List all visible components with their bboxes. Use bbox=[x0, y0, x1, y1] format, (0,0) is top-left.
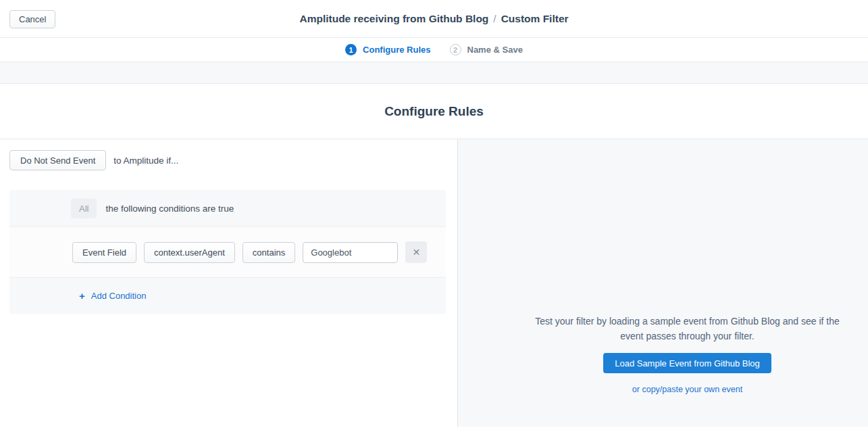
condition-group-header: All the following conditions are true bbox=[9, 190, 446, 227]
load-sample-event-button[interactable]: Load Sample Event from Github Blog bbox=[603, 353, 771, 373]
filter-action-suffix: to Amplitude if... bbox=[113, 156, 178, 166]
condition-operator-selector[interactable]: contains bbox=[242, 242, 295, 263]
step-2-badge: 2 bbox=[450, 44, 461, 55]
group-operator-selector[interactable]: All bbox=[71, 199, 97, 218]
cancel-button[interactable]: Cancel bbox=[9, 10, 55, 28]
main-content: Do Not Send Event to Amplitude if... All… bbox=[0, 139, 868, 427]
breadcrumb-page-name: Custom Filter bbox=[501, 13, 569, 24]
filter-action-row: Do Not Send Event to Amplitude if... bbox=[9, 150, 448, 170]
step-name-and-save[interactable]: 2 Name & Save bbox=[450, 44, 523, 55]
test-filter-description-line-1: Test your filter by loading a sample eve… bbox=[535, 316, 840, 327]
breadcrumb: Amplitude receiving from Github Blog/Cus… bbox=[299, 13, 568, 25]
step-configure-rules[interactable]: 1 Configure Rules bbox=[345, 44, 430, 55]
step-1-badge: 1 bbox=[345, 44, 357, 55]
add-condition-label: Add Condition bbox=[91, 291, 147, 301]
breadcrumb-separator: / bbox=[493, 13, 496, 24]
test-filter-description: Test your filter by loading a sample eve… bbox=[507, 314, 868, 343]
step-1-label: Configure Rules bbox=[363, 45, 430, 55]
paste-own-event-link[interactable]: or copy/paste your own event bbox=[507, 385, 868, 394]
filter-action-selector[interactable]: Do Not Send Event bbox=[9, 150, 106, 170]
condition-value-input[interactable] bbox=[303, 242, 398, 263]
remove-condition-button[interactable]: ✕ bbox=[405, 241, 427, 263]
condition-group: All the following conditions are true Ev… bbox=[9, 190, 446, 314]
add-condition-link[interactable]: + Add Condition bbox=[79, 290, 146, 302]
heading-row: Configure Rules bbox=[0, 84, 868, 139]
condition-type-selector[interactable]: Event Field bbox=[72, 242, 136, 263]
breadcrumb-connection-name: Amplitude receiving from Github Blog bbox=[299, 13, 488, 24]
condition-row: Event Field context.userAgent contains ✕ bbox=[9, 227, 446, 278]
rule-builder-panel: Do Not Send Event to Amplitude if... All… bbox=[0, 139, 458, 427]
step-2-label: Name & Save bbox=[467, 45, 523, 55]
top-bar: Cancel Amplitude receiving from Github B… bbox=[0, 0, 868, 38]
condition-group-footer: + Add Condition bbox=[9, 278, 446, 314]
test-filter-panel: Test your filter by loading a sample eve… bbox=[458, 139, 868, 427]
plus-icon: + bbox=[79, 290, 85, 302]
test-filter-description-line-2: event passes through your filter. bbox=[620, 331, 754, 341]
wizard-steps-bar: 1 Configure Rules 2 Name & Save bbox=[0, 38, 868, 62]
group-operator-suffix: the following conditions are true bbox=[105, 204, 234, 214]
section-divider-strip bbox=[0, 62, 868, 84]
condition-field-selector[interactable]: context.userAgent bbox=[144, 242, 235, 263]
page-title: Configure Rules bbox=[384, 104, 484, 119]
close-icon: ✕ bbox=[412, 247, 420, 258]
